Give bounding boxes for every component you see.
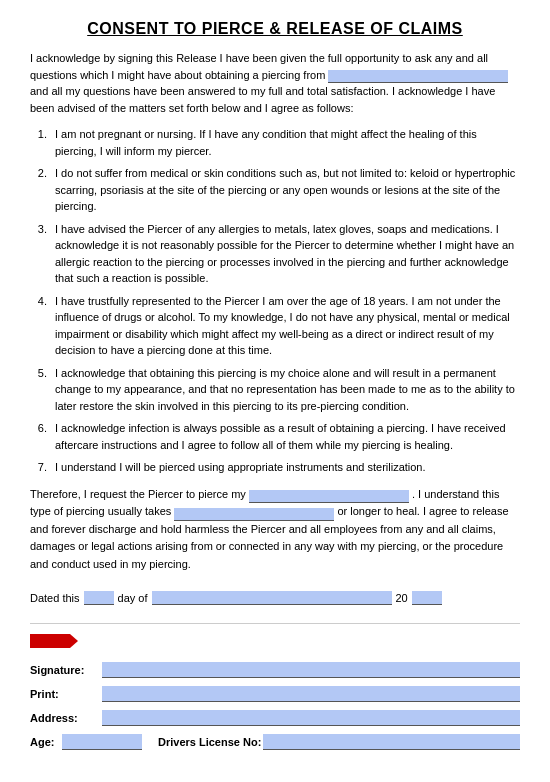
- therefore-text-1: Therefore, I request the Piercer to pier…: [30, 488, 246, 500]
- divider-line: [30, 623, 520, 624]
- print-row: Print:: [30, 686, 520, 702]
- list-item-6: I acknowledge infection is always possib…: [50, 420, 520, 453]
- pierce-body-part-field[interactable]: [249, 490, 409, 503]
- address-label: Address:: [30, 712, 100, 724]
- red-arrow-icon: [30, 634, 70, 648]
- intro-paragraph: I acknowledge by signing this Release I …: [30, 50, 520, 116]
- piercing-from-field[interactable]: [328, 70, 508, 83]
- dl-field[interactable]: [263, 734, 520, 750]
- signature-row: Signature:: [30, 662, 520, 678]
- dl-label: Drivers License No:: [158, 736, 261, 748]
- year-field[interactable]: [412, 591, 442, 605]
- red-arrow-container: [30, 634, 520, 656]
- print-label: Print:: [30, 688, 100, 700]
- intro-text-2: and all my questions have been answered …: [30, 85, 495, 114]
- document-container: CONSENT TO PIERCE & RELEASE OF CLAIMS I …: [30, 20, 520, 750]
- signature-label: Signature:: [30, 664, 100, 676]
- healing-time-field[interactable]: [174, 508, 334, 521]
- date-section: Dated this day of 20: [30, 587, 520, 609]
- address-row: Address:: [30, 710, 520, 726]
- signature-section: Signature: Print: Address: Age: Drivers …: [30, 634, 520, 750]
- month-year-field[interactable]: [152, 591, 392, 605]
- signature-field[interactable]: [102, 662, 520, 678]
- therefore-section: Therefore, I request the Piercer to pier…: [30, 486, 520, 574]
- list-item-5: I acknowledge that obtaining this pierci…: [50, 365, 520, 415]
- consent-list: I am not pregnant or nursing. If I have …: [50, 126, 520, 476]
- list-item-3: I have advised the Piercer of any allerg…: [50, 221, 520, 287]
- print-field[interactable]: [102, 686, 520, 702]
- list-item-7: I understand I will be pierced using app…: [50, 459, 520, 476]
- age-label: Age:: [30, 736, 60, 748]
- document-title: CONSENT TO PIERCE & RELEASE OF CLAIMS: [30, 20, 520, 38]
- day-of-label: day of: [118, 587, 148, 609]
- list-item-2: I do not suffer from medical or skin con…: [50, 165, 520, 215]
- list-item-1: I am not pregnant or nursing. If I have …: [50, 126, 520, 159]
- day-field[interactable]: [84, 591, 114, 605]
- age-field[interactable]: [62, 734, 142, 750]
- address-field[interactable]: [102, 710, 520, 726]
- dated-this-label: Dated this: [30, 587, 80, 609]
- list-item-4: I have trustfully represented to the Pie…: [50, 293, 520, 359]
- year-prefix-label: 20: [396, 587, 408, 609]
- age-dl-row: Age: Drivers License No:: [30, 734, 520, 750]
